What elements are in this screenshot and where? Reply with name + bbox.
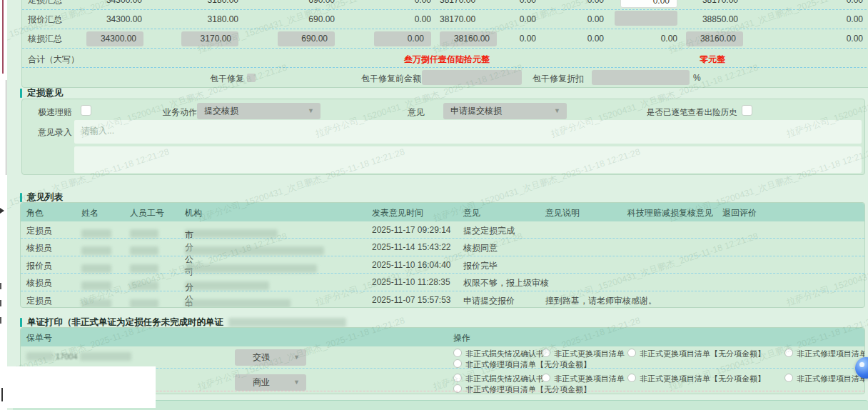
fast-claim-label: 极速理赔 [38,106,72,119]
summary-cell: 0.00 [343,0,440,5]
chevron-down-icon: ▼ [293,349,300,366]
summary-cell: 0.00 [343,14,440,24]
business-action-value: 提交核损 [204,106,238,116]
policy-no-redacted: 17004 [26,352,131,361]
opinion-time: 2025-11-10 16:04:40 [372,260,451,270]
summary-value-input[interactable]: 0.00 [620,0,677,8]
opinion-text: 权限不够，报上级审核 [463,277,549,289]
column-header-4: 机构 [185,207,202,219]
baogan-repair-checkbox[interactable] [247,74,256,82]
summary-value: 0.00 [847,14,863,24]
radio-label: 非正式修理项目清单【无分项金额】 [465,384,591,394]
radio-非正式修理项目清单[interactable] [784,374,793,382]
column-header-6: 意见 [463,207,480,219]
summary-cell: 690.00 [247,0,343,5]
chevron-down-icon: ▼ [554,103,560,119]
summary-value: 0.00 [587,14,604,24]
coverage-type-select[interactable]: 商业▼ [235,374,306,391]
summary-cell: 34300.00 [86,0,151,5]
summary-value: 38170.00 [702,0,738,5]
gutter-grey-line [6,80,6,175]
radio-label: 非正式损失情况确认书 [465,374,544,384]
radio-非正式更换项目清单[interactable] [542,349,550,357]
summary-cell: 0.00 [612,0,686,8]
column-header-7: 意见说明 [545,207,580,219]
radio-非正式修理项目清单[interactable] [784,349,793,357]
opinion-list-row: 报价员2025-11-10 16:04:40报价完毕 [21,256,864,274]
opinion-role: 定损员 [26,225,52,237]
business-action-label: 业务动作 [163,106,197,119]
history-checkbox[interactable] [742,105,752,116]
summary-row-报价汇总: 报价汇总34300.003180.00690.000.0038170.000.0… [22,10,868,29]
summary-cell: 38170.00 [686,0,747,5]
summary-cell: 0.00 [484,0,545,5]
business-action-select[interactable]: 提交核损 ▼ [197,103,321,119]
white-redaction-overlay [6,366,156,408]
baogan-repair-label: 包干修复 [210,73,244,85]
opinion-role: 核损员 [26,277,52,289]
opinion-list-header: 角色姓名人员工号机构发表意见时间意见意见说明科技理赔减损复核意见退回评价 [21,203,864,221]
opinion-select[interactable]: 申请提交核损 ▼ [443,103,567,119]
baogan-pre-amount-input [422,70,522,85]
summary-cell: 0.00 [343,31,440,46]
chevron-down-icon: ▼ [308,103,314,119]
column-header-2: 姓名 [81,207,99,219]
baogan-discount-input [592,70,690,85]
org-redacted [185,281,269,290]
summary-value: 0.00 [520,14,536,24]
summary-value: 690.00 [308,14,335,24]
fast-claim-checkbox[interactable] [81,105,91,116]
summary-value: 0.00 [847,0,863,5]
opinion-textarea[interactable]: 请输入... [74,120,862,144]
gutter-mark [0,317,1,324]
opinion-time: 2025-11-07 15:57:53 [372,295,451,305]
summary-row-label: 定损汇总 [28,0,86,6]
summary-value: 34300.00 [106,14,142,24]
radio-label: 非正式更换项目清单【无分项金额】 [640,374,765,384]
summary-cell: 0.00 [612,34,686,44]
radio-非正式更换项目清单[interactable] [542,374,550,382]
summary-value: 0.00 [415,0,431,5]
collapse-arrow-icon[interactable] [0,208,4,214]
coverage-type-value: 商业 [253,377,270,387]
summary-value-input: 38160.00 [686,31,743,46]
opinion-input-label: 意见录入 [38,126,72,139]
opinion-text: 核损同意 [463,242,498,254]
section-accent-bar [20,89,22,98]
summary-value-input: 3170.00 [181,31,238,46]
gutter-maroon-line [2,0,4,74]
radio-label: 非正式更换项目清单 [554,349,625,359]
summary-cell: 0.00 [484,14,545,24]
org-redacted [185,229,278,238]
total-row: 合计（大写） 叁万捌仟壹佰陆拾元整 零元整 [22,49,868,68]
summary-value: 690.00 [308,0,335,5]
org-redacted [185,246,324,255]
radio-label: 非正式修理项目清单 [797,374,865,384]
summary-cell: 38170.00 [440,14,484,24]
coverage-type-select[interactable]: 交强▼ [235,349,306,366]
radio-label: 非正式更换项目清单 [554,374,625,384]
radio-非正式更换项目清单【无分项金额】[interactable] [627,374,636,382]
opinion-form-title-text: 定损意见 [27,87,63,99]
summary-cell: 0.00 [545,0,612,5]
radio-非正式修理项目清单【无分项金额】[interactable] [453,384,462,393]
gutter-mark [0,283,1,289]
org-redacted [185,264,317,273]
summary-cell: 690.00 [247,14,343,24]
section-accent-bar [20,318,22,327]
opinion-list-row: 定损员市分公司2025-11-17 09:29:14提交定损完成 [21,221,864,239]
policy-no-header: 保单号 [26,332,52,344]
column-header-8: 科技理赔减损复核意见 [627,207,713,219]
radio-非正式损失情况确认书[interactable] [453,374,462,382]
gutter-mark [0,300,1,306]
radio-非正式更换项目清单【无分项金额】[interactable] [627,349,636,357]
column-header-3: 人员工号 [130,207,164,219]
opinion-role: 报价员 [26,260,52,272]
column-header-9: 退回评价 [722,207,757,219]
radio-非正式损失情况确认书[interactable] [453,349,462,357]
summary-value-input: 34300.00 [86,31,143,46]
assistant-icon [859,362,864,367]
left-gutter [0,0,7,410]
baogan-pre-amount-label: 包干修复前金额 [361,73,421,85]
radio-非正式修理项目清单【无分项金额】[interactable] [453,359,462,368]
